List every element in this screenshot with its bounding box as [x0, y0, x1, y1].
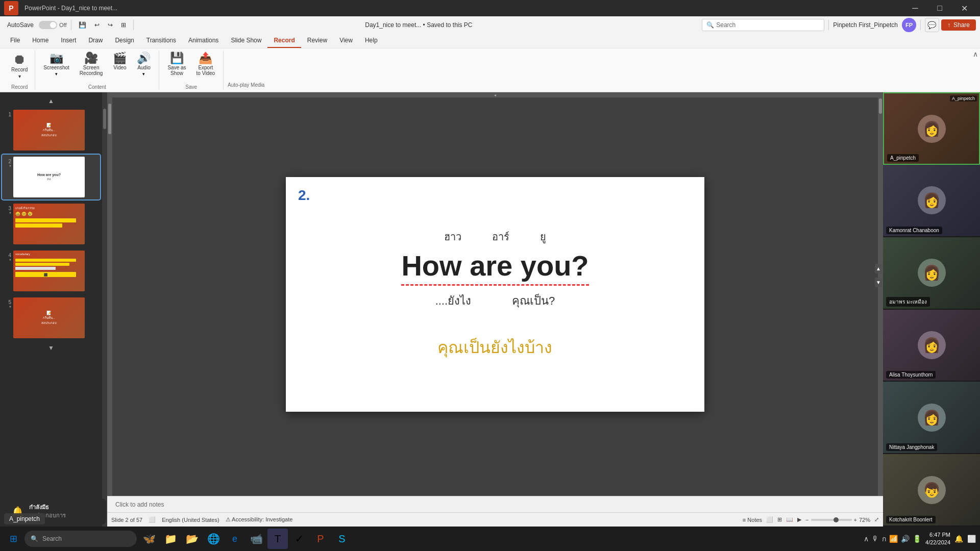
export-to-video-button[interactable]: 📤 Exportto Video	[192, 51, 219, 78]
save-as-show-label: Save asShow	[167, 65, 186, 76]
slide-num-3: 3	[4, 206, 11, 211]
status-bar: Slide 2 of 57 ⬜ English (United States) …	[107, 512, 883, 527]
screenshot-button[interactable]: 📷 Screenshot ▾	[39, 51, 74, 79]
tab-home[interactable]: Home	[26, 34, 55, 48]
notes-button[interactable]: ≡ Notes	[743, 517, 762, 523]
taskbar-icon-edge[interactable]: e	[225, 529, 245, 549]
powerpoint-logo: P	[4, 1, 18, 15]
fit-to-window-icon[interactable]: ⤢	[874, 516, 879, 523]
slides-panel-scrollbar[interactable]	[102, 92, 107, 527]
export-icon: 📤	[199, 53, 212, 64]
participant-name-3: อมาพร มะเหมือง	[886, 297, 930, 307]
language-icon[interactable]: ก	[882, 533, 886, 544]
slide-num-2: 2	[4, 159, 11, 164]
english-phrase: How are you?	[401, 249, 589, 286]
participant-name-2: Kamonrat Chanaboon	[886, 227, 942, 234]
slide-image-1: 📝 กรีนทีน... สดประกอบ	[13, 110, 85, 151]
screenshot-icon: 📷	[50, 53, 63, 64]
document-title: Day1_nice to meet... • Saved to this PC	[138, 21, 700, 29]
tab-record[interactable]: Record	[267, 34, 301, 48]
chevron-up-icon[interactable]: ∧	[864, 535, 869, 543]
mic-icon[interactable]: 🎙	[872, 535, 879, 543]
search-bar[interactable]: 🔍 Search	[702, 19, 824, 31]
scroll-up-indicator[interactable]: ▲	[2, 96, 100, 106]
extras-icon[interactable]: ⬜	[967, 535, 976, 543]
screen-recording-button[interactable]: 🎥 ScreenRecording	[76, 51, 107, 78]
slide-thumb-5[interactable]: 5 * 📝 กรีนทีน...สดประกอบ	[2, 295, 100, 340]
close-button[interactable]: ✕	[952, 0, 976, 16]
slide-thumb-3[interactable]: 3 * เกมส์/กิจกรรม 😀😊😢	[2, 202, 100, 246]
taskbar-icon-widgets[interactable]: 🦋	[139, 529, 159, 549]
tab-file[interactable]: File	[4, 34, 26, 48]
title-bar-controls: ─ □ ✕	[903, 0, 976, 16]
save-button[interactable]: 💾	[76, 20, 89, 30]
audio-button[interactable]: 🔊 Audio ▾	[133, 51, 155, 79]
slide-top-scrollbar[interactable]: ◂	[107, 92, 883, 97]
ribbon-collapse-button[interactable]: ∧	[973, 50, 978, 58]
slide-right-scrollbar[interactable]	[878, 92, 883, 496]
taskbar-icon-todo[interactable]: ✓	[289, 529, 309, 549]
tab-slideshow[interactable]: Slide Show	[225, 34, 267, 48]
slide-thumb-4[interactable]: 4 * vocabulary ⬛	[2, 248, 100, 293]
participant-label-1: A_pinpetch	[950, 95, 977, 102]
grid-view-icon[interactable]: ⊞	[777, 516, 782, 523]
content-group-label: Content	[39, 83, 155, 90]
autosave-toggle[interactable]	[39, 21, 57, 29]
autosave-state: Off	[59, 22, 66, 28]
accessibility-label[interactable]: ⚠ Accessibility: Investigate	[226, 516, 293, 523]
redo-button[interactable]: ↪	[105, 20, 116, 30]
video-button[interactable]: 🎬 Video	[109, 51, 131, 72]
reading-view-icon[interactable]: 📖	[786, 516, 793, 523]
slide-editor: ◂ 2. ฮาว อาร์ ยู How are you? ....ยังไง …	[107, 92, 883, 527]
notification-bell-icon[interactable]: 🔔	[954, 535, 963, 543]
tab-transitions[interactable]: Transitions	[140, 34, 182, 48]
save-as-show-button[interactable]: 💾 Save asShow	[163, 51, 190, 78]
minimize-button[interactable]: ─	[903, 0, 927, 16]
clock-date: 4/22/2024	[925, 539, 950, 546]
volume-icon[interactable]: 🔊	[901, 535, 910, 543]
taskbar-icon-teams[interactable]: T	[267, 529, 288, 549]
normal-view-icon[interactable]: ⬜	[766, 516, 773, 523]
start-button[interactable]: ⊞	[4, 530, 22, 548]
taskbar-icon-meet[interactable]: 📹	[246, 529, 266, 549]
share-button[interactable]: ↑ Share	[941, 19, 976, 31]
slide-thumb-2[interactable]: 2 * How are you? สอ	[2, 155, 100, 199]
taskbar-icon-sway[interactable]: S	[332, 529, 352, 549]
comment-button[interactable]: 💬	[925, 18, 939, 32]
taskbar: 🔔 กำลังมีธ ผลประกอบการ A_pinpetch ⊞ 🔍 Se…	[0, 527, 980, 551]
taskbar-clock[interactable]: 6:47 PM 4/22/2024	[925, 531, 950, 547]
custom-button[interactable]: ⊞	[118, 20, 129, 30]
screen-recording-label: ScreenRecording	[80, 65, 103, 76]
taskbar-icon-folder[interactable]: 📂	[182, 529, 202, 549]
record-icon: ⏺	[13, 53, 26, 66]
tab-help[interactable]: Help	[359, 34, 384, 48]
tab-animations[interactable]: Animations	[182, 34, 225, 48]
maximize-button[interactable]: □	[928, 0, 951, 16]
zoom-slider[interactable]	[811, 519, 852, 521]
share-icon: ↑	[947, 21, 950, 29]
tab-review[interactable]: Review	[301, 34, 333, 48]
taskbar-search[interactable]: 🔍 Search	[24, 531, 137, 547]
zoom-in-button[interactable]: +	[854, 517, 857, 523]
undo-button[interactable]: ↩	[91, 20, 103, 30]
tab-view[interactable]: View	[333, 34, 359, 48]
zoom-out-button[interactable]: −	[805, 517, 808, 523]
tab-draw[interactable]: Draw	[82, 34, 109, 48]
tab-design[interactable]: Design	[109, 34, 140, 48]
participant-card-6: 👦 Kotchakrit Boonlert	[883, 454, 980, 527]
tab-insert[interactable]: Insert	[55, 34, 82, 48]
taskbar-icon-powerpoint[interactable]: P	[310, 529, 331, 549]
taskbar-icon-files[interactable]: 📁	[160, 529, 181, 549]
language-indicator: ⬜	[149, 516, 156, 523]
language-label: English (United States)	[162, 517, 219, 523]
title-bar: P PowerPoint - Day1_nice to meet... ─ □ …	[0, 0, 980, 16]
taskbar-icon-browser[interactable]: 🌐	[203, 529, 224, 549]
scroll-down-indicator[interactable]: ▼	[2, 342, 100, 354]
wifi-icon[interactable]: 📶	[889, 535, 898, 543]
status-bar-right: ≡ Notes ⬜ ⊞ 📖 ▶ − + 72% ⤢	[743, 516, 879, 523]
record-button[interactable]: ⏺ Record ▾	[8, 51, 31, 81]
slide-thumb-1[interactable]: 1 📝 กรีนทีน... สดประกอบ	[2, 108, 100, 153]
slide-left-scrollbar[interactable]	[107, 92, 112, 496]
battery-icon[interactable]: 🔋	[913, 535, 921, 543]
slideshow-icon[interactable]: ▶	[797, 516, 801, 523]
